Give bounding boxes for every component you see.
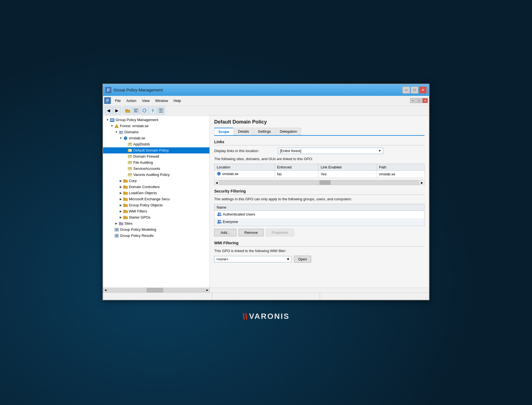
tree-sites[interactable]: ▶ Sites: [103, 221, 209, 227]
security-section: Security Filtering The settings in this …: [214, 189, 424, 236]
maximize-button[interactable]: □: [411, 86, 418, 94]
right-panel: Default Domain Policy Scope Details Sett…: [210, 116, 429, 288]
svg-rect-21: [110, 120, 114, 121]
svg-rect-1: [107, 89, 110, 89]
tree-root[interactable]: ▼ Group Policy Management: [103, 117, 209, 123]
sg-expand-icon: ▶: [119, 216, 123, 219]
tree-appdistrib[interactable]: AppDistrib: [103, 141, 209, 147]
tab-settings[interactable]: Settings: [254, 128, 275, 135]
table-scrollbar[interactable]: ◀ ▶: [214, 180, 424, 185]
svg-point-73: [219, 215, 222, 216]
svg-rect-54: [123, 198, 125, 199]
table-row[interactable]: vmslab.se No Yes vmslab.se: [214, 170, 424, 178]
svg-rect-32: [128, 149, 132, 152]
dc-icon: [123, 184, 128, 189]
sites-label: Sites: [124, 221, 132, 225]
action-menu[interactable]: Action: [124, 98, 139, 104]
enforced-cell: No: [275, 170, 318, 178]
file-menu[interactable]: File: [112, 98, 123, 104]
svg-point-76: [220, 220, 221, 222]
tree-wmi-filters[interactable]: ▶ WMI Filters: [103, 208, 209, 214]
view-menu[interactable]: View: [139, 98, 152, 104]
tree-panel: ▼ Group Policy Management ▼: [103, 116, 210, 288]
everyone-row[interactable]: Everyone: [214, 218, 424, 226]
tree-loadgen[interactable]: ▶ LoadGen Objects: [103, 190, 209, 196]
columns-button[interactable]: [157, 107, 165, 114]
link-enabled-cell: Yes: [318, 170, 377, 178]
menu-minimize-btn[interactable]: ─: [410, 98, 416, 103]
close-button[interactable]: ✕: [419, 86, 427, 94]
remove-button[interactable]: Remove: [239, 229, 264, 236]
left-scroll-right-btn[interactable]: ▶: [205, 288, 209, 293]
tree-starter-gpos[interactable]: ▶ Starter GPOs: [103, 214, 209, 221]
wmi-open-button[interactable]: Open: [294, 256, 311, 263]
wmi-filter-dropdown[interactable]: <none> ▼: [214, 256, 292, 262]
authenticated-users-row[interactable]: Authenticated Users: [214, 211, 424, 219]
location-dropdown[interactable]: [Entire forest] ▼: [278, 148, 383, 154]
left-scroll-left-btn[interactable]: ◀: [103, 288, 108, 293]
menu-restore-btn[interactable]: □: [416, 98, 422, 103]
add-button[interactable]: Add...: [214, 229, 236, 236]
root-label: Group Policy Management: [116, 118, 158, 122]
ddp-label: Default Domain Policy: [133, 148, 169, 152]
bottom-scrollbar-area: ◀ ▶: [103, 288, 429, 293]
location-dropdown-value: [Entire forest]: [280, 149, 301, 153]
tree-corp[interactable]: ▶ Corp: [103, 178, 209, 184]
gpo-folder-icon: [123, 203, 128, 208]
links-table-header-row: Location Enforced Link Enabled Path: [214, 164, 424, 170]
domain-expand-icon: ▼: [119, 137, 123, 140]
app-icon: [105, 87, 111, 93]
tree-domain-firewall[interactable]: Links Domain Firewall: [103, 153, 209, 160]
name-col-header: Name: [214, 204, 424, 211]
tree-varonis-auditing[interactable]: Varonis Auditing Policy: [103, 172, 209, 178]
fa-icon: [127, 160, 132, 165]
domain-label: vrnslab.se: [129, 136, 145, 140]
tree-gp-results[interactable]: Group Policy Results: [103, 233, 209, 239]
tab-delegation[interactable]: Delegation: [276, 128, 301, 135]
svg-rect-56: [123, 204, 125, 205]
appdistrib-label: AppDistrib: [133, 142, 150, 146]
properties-button[interactable]: Properties: [266, 229, 294, 236]
svg-rect-12: [134, 110, 137, 111]
tree-forest[interactable]: ▼ Forest: vrnslab.se: [103, 123, 209, 129]
tab-details[interactable]: Details: [234, 128, 253, 135]
tree-file-auditing[interactable]: File Auditing: [103, 160, 209, 166]
up-button[interactable]: [124, 107, 132, 114]
tree-domain-vrnslab[interactable]: ▼ vrnslab.se: [103, 135, 209, 141]
scroll-right-btn[interactable]: ▶: [420, 180, 424, 185]
tree-domains[interactable]: ▼ Domains: [103, 129, 209, 135]
wmi-dropdown-arrow-icon: ▼: [286, 257, 290, 261]
window-menu[interactable]: Window: [153, 98, 170, 104]
tree-service-accounts[interactable]: ServiceAccounts: [103, 166, 209, 172]
links-section: Links Display links in this location: [E…: [214, 140, 424, 185]
tree-exchange[interactable]: ▶ Microsoft Exchange Secu: [103, 196, 209, 202]
help-menu[interactable]: Help: [171, 98, 183, 104]
svg-point-74: [218, 220, 219, 222]
left-h-scrollbar[interactable]: ◀ ▶: [103, 288, 210, 293]
tree-group-policy-objects[interactable]: ▶ Group Policy Objects: [103, 202, 209, 208]
lg-label: LoadGen Objects: [129, 191, 157, 195]
minimize-button[interactable]: ─: [402, 86, 410, 94]
tree-domain-controllers[interactable]: ▶ Domain Controllers: [103, 184, 209, 190]
refresh-button[interactable]: [140, 107, 148, 114]
menu-close-btn[interactable]: ✕: [422, 98, 428, 103]
help-button[interactable]: ?: [149, 107, 157, 114]
security-header: Security Filtering: [214, 189, 424, 195]
tab-scope[interactable]: Scope: [214, 128, 233, 135]
tree-default-domain-policy[interactable]: Default Domain Policy: [103, 147, 209, 153]
tree-gp-modeling[interactable]: Group Policy Modeling: [103, 227, 209, 233]
lg-icon: [123, 191, 128, 196]
svg-rect-52: [123, 192, 125, 193]
back-button[interactable]: ◀: [105, 107, 112, 114]
forest-icon: [114, 124, 119, 129]
tab-bar: Scope Details Settings Delegation: [214, 128, 424, 136]
left-scroll-track: [108, 288, 205, 293]
va-icon: [127, 172, 132, 177]
scroll-left-btn[interactable]: ◀: [214, 180, 219, 185]
svg-rect-58: [123, 210, 125, 211]
console-button[interactable]: [132, 107, 140, 114]
forward-button[interactable]: ▶: [113, 107, 121, 114]
svg-rect-15: [159, 109, 161, 112]
security-table: Name: [214, 204, 424, 226]
wmi-controls-row: <none> ▼ Open: [214, 256, 424, 263]
